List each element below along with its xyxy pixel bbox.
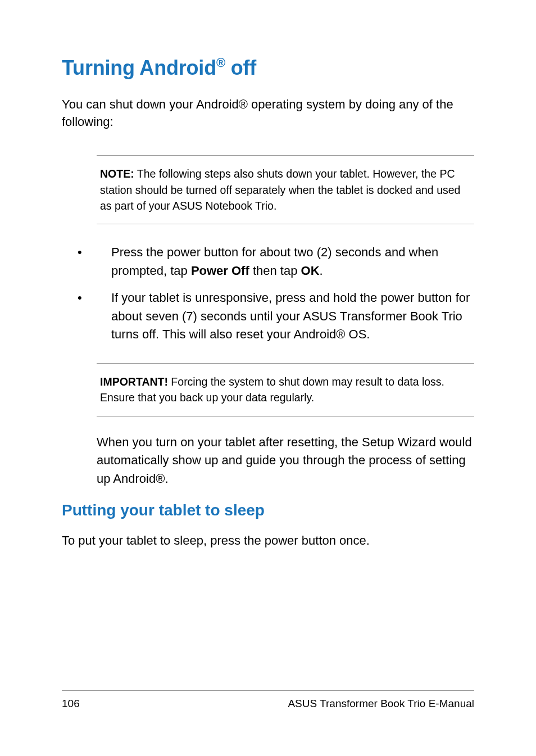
important-callout: IMPORTANT! Forcing the system to shut do…	[97, 363, 474, 417]
bullet1-bold1: Power Off	[191, 264, 249, 278]
page-heading: Turning Android® off	[62, 56, 474, 80]
important-label: IMPORTANT!	[100, 375, 168, 388]
bullet1-mid: then tap	[249, 264, 301, 278]
bullet1-end: .	[320, 264, 323, 278]
sleep-paragraph: To put your tablet to sleep, press the p…	[62, 532, 474, 549]
heading-text-pre: Turning Android	[62, 56, 216, 79]
registered-mark: ®	[216, 56, 225, 70]
bullet-list: Press the power button for about two (2)…	[78, 243, 474, 344]
page-number: 106	[62, 698, 80, 710]
after-important-paragraph: When you turn on your tablet after reset…	[97, 433, 474, 488]
page-footer: 106 ASUS Transformer Book Trio E-Manual	[62, 690, 474, 710]
footer-title: ASUS Transformer Book Trio E-Manual	[288, 698, 474, 710]
bullet-item-2: If your tablet is unresponsive, press an…	[78, 289, 474, 344]
note-label: NOTE:	[100, 168, 134, 180]
note-callout: NOTE: The following steps also shuts dow…	[97, 155, 474, 224]
section-heading-sleep: Putting your tablet to sleep	[62, 501, 474, 519]
intro-paragraph: You can shut down your Android® operatin…	[62, 96, 474, 130]
bullet-item-1: Press the power button for about two (2)…	[78, 243, 474, 280]
bullet1-bold2: OK	[301, 264, 320, 278]
note-text: The following steps also shuts down your…	[100, 168, 460, 212]
heading-text-post: off	[225, 56, 256, 79]
